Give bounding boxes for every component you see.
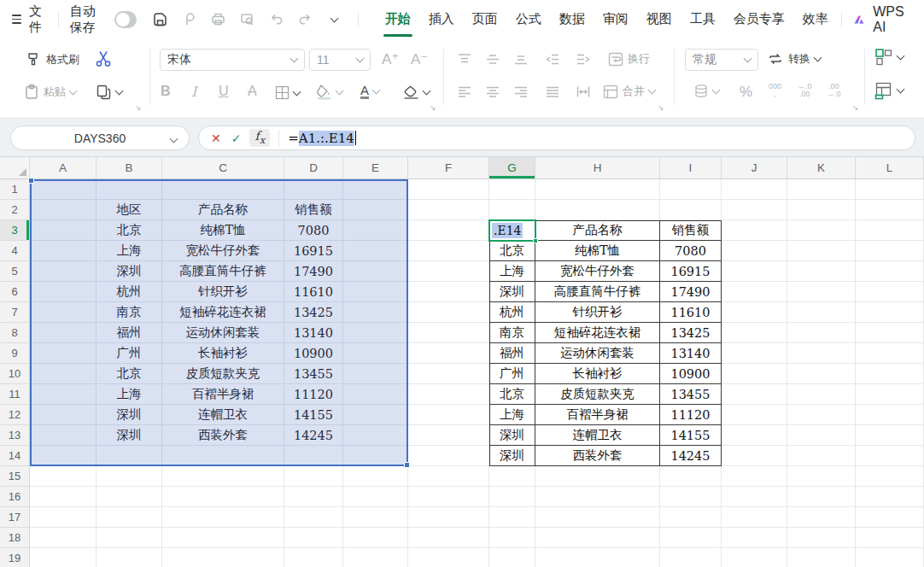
redo-icon[interactable] <box>297 11 313 27</box>
cell-F7[interactable] <box>408 302 489 323</box>
cell-D18[interactable] <box>284 528 343 548</box>
fill-color-dropdown-icon[interactable] <box>336 86 344 95</box>
cell-A3[interactable] <box>30 220 96 241</box>
decrease-font-icon[interactable]: A⁻ <box>411 50 428 68</box>
cell-F18[interactable] <box>408 528 489 548</box>
cell-H6[interactable]: 高腰直筒牛仔裤 <box>535 282 660 302</box>
cell-J7[interactable] <box>722 302 787 323</box>
paste-dropdown-icon[interactable] <box>69 86 78 95</box>
cell-B13[interactable]: 深圳 <box>96 425 162 446</box>
cell-D12[interactable]: 14155 <box>284 405 343 425</box>
increase-indent-icon[interactable] <box>576 53 591 66</box>
cell-H10[interactable]: 长袖衬衫 <box>535 364 660 384</box>
rows-columns-dropdown-icon[interactable] <box>897 52 905 61</box>
cell-I4[interactable]: 7080 <box>660 241 722 261</box>
cell-H8[interactable]: 短袖碎花连衣裙 <box>535 323 660 343</box>
row-header-6[interactable]: 6 <box>0 282 30 302</box>
cell-G10[interactable]: 广州 <box>489 364 535 384</box>
column-header-I[interactable]: I <box>660 157 722 179</box>
cell-I12[interactable]: 11120 <box>660 405 722 425</box>
cell-J4[interactable] <box>722 241 787 261</box>
row-header-9[interactable]: 9 <box>0 343 30 364</box>
cell-B1[interactable] <box>96 179 162 200</box>
cell-H5[interactable]: 宽松牛仔外套 <box>535 261 660 282</box>
cell-K4[interactable] <box>787 241 856 261</box>
cell-K6[interactable] <box>787 282 856 302</box>
cell-B19[interactable] <box>96 548 162 567</box>
cell-B14[interactable] <box>96 446 162 466</box>
font-color-dropdown-icon[interactable] <box>372 86 381 95</box>
cell-A17[interactable] <box>30 507 96 528</box>
cell-G16[interactable] <box>489 487 535 507</box>
cell-A15[interactable] <box>30 466 96 487</box>
row-header-11[interactable]: 11 <box>0 384 30 405</box>
data-type-button[interactable] <box>693 84 719 99</box>
cell-J17[interactable] <box>722 507 787 528</box>
cell-K8[interactable] <box>787 323 856 343</box>
cell-A12[interactable] <box>30 405 96 425</box>
cell-C17[interactable] <box>162 507 284 528</box>
column-header-H[interactable]: H <box>535 157 660 179</box>
cell-E5[interactable] <box>343 261 408 282</box>
cell-H11[interactable]: 皮质短款夹克 <box>535 384 660 405</box>
confirm-formula-icon[interactable]: ✓ <box>231 132 242 145</box>
cell-F15[interactable] <box>408 466 489 487</box>
print-preview-icon[interactable] <box>239 11 255 27</box>
cell-A14[interactable] <box>30 446 96 466</box>
save-icon[interactable] <box>152 11 168 27</box>
cell-F1[interactable] <box>408 179 489 200</box>
align-bottom-icon[interactable] <box>513 53 529 66</box>
cell-K9[interactable] <box>787 343 856 364</box>
cell-L17[interactable] <box>856 507 924 528</box>
font-dialog-launcher-icon[interactable]: ↘ <box>430 103 436 112</box>
cell-E16[interactable] <box>343 487 408 507</box>
column-header-D[interactable]: D <box>284 157 343 179</box>
cell-J18[interactable] <box>722 528 787 548</box>
cell-G4[interactable]: 北京 <box>489 241 535 261</box>
cell-L6[interactable] <box>856 282 924 302</box>
fill-color-button[interactable] <box>316 84 342 100</box>
column-header-E[interactable]: E <box>343 157 408 179</box>
cell-A8[interactable] <box>30 323 96 343</box>
paste-button[interactable]: 粘贴 <box>24 84 76 100</box>
decrease-decimal-icon[interactable]: ←.0.00 <box>798 83 812 98</box>
row-header-5[interactable]: 5 <box>0 261 30 282</box>
row-header-18[interactable]: 18 <box>0 528 30 548</box>
font-name-select[interactable]: 宋体 <box>160 49 305 71</box>
comma-style-icon[interactable]: 000, <box>769 83 781 98</box>
cell-C7[interactable]: 短袖碎花连衣裙 <box>162 302 284 323</box>
font-size-select[interactable]: 11 <box>309 49 371 71</box>
column-header-J[interactable]: J <box>722 157 787 179</box>
copy-button[interactable] <box>96 84 122 100</box>
tab-会员专享[interactable]: 会员专享 <box>732 0 787 38</box>
cell-L5[interactable] <box>856 261 924 282</box>
cell-F10[interactable] <box>408 364 489 384</box>
cell-H17[interactable] <box>535 507 660 528</box>
decrease-indent-icon[interactable] <box>545 53 560 66</box>
convert-dropdown-icon[interactable] <box>814 54 822 62</box>
column-header-C[interactable]: C <box>162 157 284 179</box>
cell-C12[interactable]: 连帽卫衣 <box>162 405 284 425</box>
cell-E18[interactable] <box>343 528 408 548</box>
cell-G5[interactable]: 上海 <box>489 261 535 282</box>
cell-C2[interactable]: 产品名称 <box>162 200 284 220</box>
tab-数据[interactable]: 数据 <box>558 0 587 38</box>
cell-F3[interactable] <box>408 220 489 241</box>
cell-J13[interactable] <box>722 425 787 446</box>
cell-D17[interactable] <box>284 507 343 528</box>
borders-dropdown-icon[interactable] <box>293 87 301 96</box>
cell-C9[interactable]: 长袖衬衫 <box>162 343 284 364</box>
cell-H12[interactable]: 百褶半身裙 <box>535 405 660 425</box>
cell-I14[interactable]: 14245 <box>660 446 722 466</box>
alignment-dialog-launcher-icon[interactable]: ↘ <box>658 103 664 112</box>
formula-input[interactable]: ✕ ✓ fx =A1.:.E14 <box>198 126 915 150</box>
cell-B4[interactable]: 上海 <box>96 241 162 261</box>
rows-columns-button[interactable] <box>874 48 904 67</box>
cell-D13[interactable]: 14245 <box>284 425 343 446</box>
row-header-4[interactable]: 4 <box>0 241 30 261</box>
clipboard-dialog-launcher-icon[interactable]: ↘ <box>135 103 142 112</box>
column-header-K[interactable]: K <box>787 157 856 179</box>
eraser-dropdown-icon[interactable] <box>423 87 431 96</box>
row-header-13[interactable]: 13 <box>0 425 30 446</box>
cell-H14[interactable]: 西装外套 <box>535 446 660 466</box>
